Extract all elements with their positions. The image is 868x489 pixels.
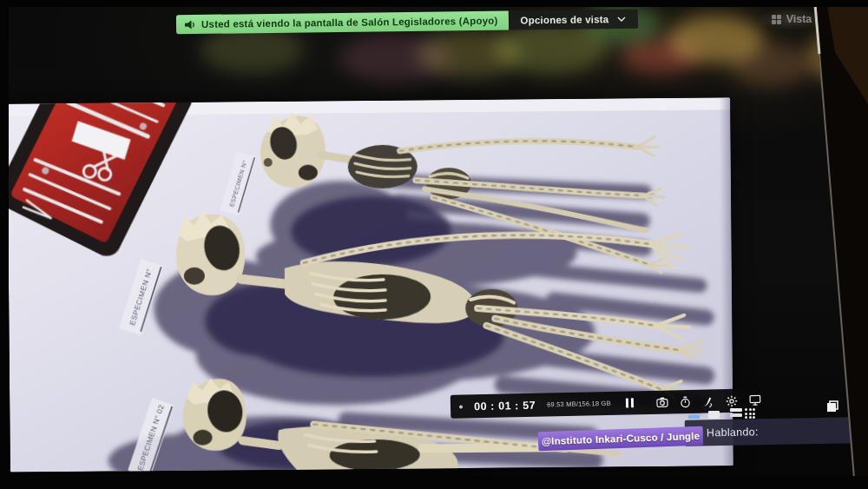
chevron-down-icon xyxy=(617,17,626,22)
monitor-icon xyxy=(749,394,761,406)
taskbar-thumbnail[interactable] xyxy=(708,411,720,419)
specimen-photo: ESPECIMEN N° ESPECIMEN N° ESPECIMEN N° 0… xyxy=(7,97,733,472)
taskbar-accent-bar xyxy=(688,415,700,419)
share-message: Usted está viendo la pantalla de Salón L… xyxy=(176,11,509,35)
speaker-icon xyxy=(184,18,195,30)
timer-icon xyxy=(680,395,691,407)
record-indicator-dot xyxy=(459,405,463,408)
timer-button[interactable] xyxy=(680,395,691,408)
speaking-label: Hablando: xyxy=(707,426,759,439)
camera-icon xyxy=(656,396,668,407)
view-options-button[interactable]: Opciones de vista xyxy=(508,10,638,30)
share-message-text: Usted está viendo la pantalla de Salón L… xyxy=(201,16,498,30)
app-grid-icon[interactable] xyxy=(745,408,755,419)
record-time: 00 : 01 : 57 xyxy=(474,399,536,412)
view-button[interactable]: Vista xyxy=(757,8,826,30)
end-call-button[interactable] xyxy=(811,479,861,489)
pen-icon xyxy=(702,395,714,407)
view-options-label: Opciones de vista xyxy=(520,14,608,25)
settings-button[interactable] xyxy=(726,394,738,407)
view-button-label: Vista xyxy=(786,13,812,25)
gear-icon xyxy=(726,394,738,406)
pause-button[interactable] xyxy=(626,398,634,407)
monitor-photo: ESPECIMEN N° ESPECIMEN N° ESPECIMEN N° 0… xyxy=(0,0,868,489)
draw-button[interactable] xyxy=(702,394,714,407)
taskbar-thumbnail[interactable] xyxy=(730,413,742,417)
taskbar-thumbnail[interactable] xyxy=(730,408,742,412)
display-button[interactable] xyxy=(749,393,761,406)
speaking-panel: Hablando: xyxy=(685,417,856,446)
shared-screen-image: ESPECIMEN N° ESPECIMEN N° ESPECIMEN N° 0… xyxy=(7,97,733,472)
record-storage: 69.53 MB/156.18 GB xyxy=(547,400,611,409)
restore-window-icon[interactable] xyxy=(826,400,838,416)
grid-view-icon xyxy=(772,15,781,24)
caption-text: @Instituto Inkari-Cusco / Jungle xyxy=(542,431,700,446)
screenshot-camera-button[interactable] xyxy=(656,395,668,408)
